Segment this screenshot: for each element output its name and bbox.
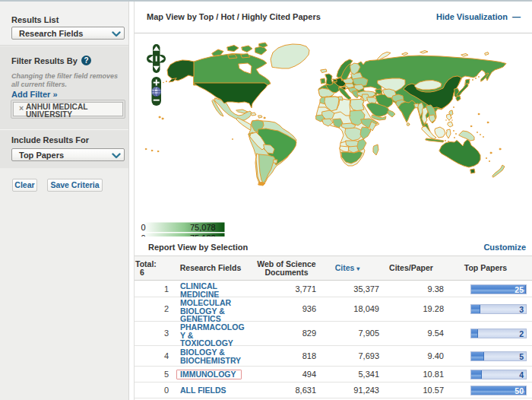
svg-text:75,078: 75,078 <box>190 223 216 232</box>
svg-text:0: 0 <box>141 223 146 232</box>
